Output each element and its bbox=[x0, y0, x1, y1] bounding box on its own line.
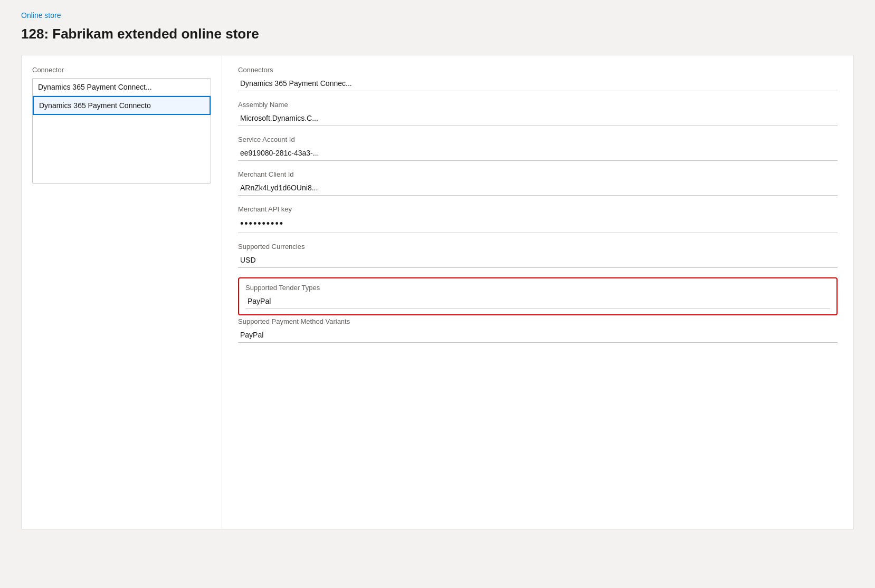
assembly-name-label: Assembly Name bbox=[238, 101, 838, 109]
connectors-value: Dynamics 365 Payment Connec... bbox=[238, 77, 838, 91]
service-account-id-label: Service Account Id bbox=[238, 136, 838, 143]
field-supported-currencies: Supported Currencies USD bbox=[238, 243, 838, 268]
field-service-account-id: Service Account Id ee919080-281c-43a3-..… bbox=[238, 136, 838, 161]
connector-list: Dynamics 365 Payment Connect... Dynamics… bbox=[32, 78, 211, 184]
left-panel: Connector Dynamics 365 Payment Connect..… bbox=[22, 55, 222, 529]
field-connectors: Connectors Dynamics 365 Payment Connec..… bbox=[238, 66, 838, 91]
assembly-name-value: Microsoft.Dynamics.C... bbox=[238, 112, 838, 126]
connectors-label: Connectors bbox=[238, 66, 838, 74]
list-item-selected[interactable]: Dynamics 365 Payment Connecto bbox=[33, 96, 211, 115]
supported-tender-types-value: PayPal bbox=[245, 295, 830, 309]
supported-tender-types-label: Supported Tender Types bbox=[245, 284, 830, 292]
supported-currencies-value: USD bbox=[238, 254, 838, 268]
merchant-client-id-value: ARnZk4Lyd1d6OUni8... bbox=[238, 181, 838, 196]
supported-payment-method-variants-value: PayPal bbox=[238, 329, 838, 343]
page-container: Online store 128: Fabrikam extended onli… bbox=[0, 0, 875, 588]
supported-payment-method-variants-label: Supported Payment Method Variants bbox=[238, 317, 838, 325]
page-title: 128: Fabrikam extended online store bbox=[21, 26, 854, 42]
right-panel: Connectors Dynamics 365 Payment Connec..… bbox=[222, 55, 853, 529]
service-account-id-value: ee919080-281c-43a3-... bbox=[238, 147, 838, 161]
merchant-api-key-value: •••••••••• bbox=[238, 216, 838, 233]
field-supported-tender-types-highlighted: Supported Tender Types PayPal bbox=[238, 277, 838, 315]
list-item-selected-text: Dynamics 365 Payment Connecto bbox=[39, 101, 151, 110]
connector-label: Connector bbox=[32, 66, 211, 74]
merchant-client-id-label: Merchant Client Id bbox=[238, 170, 838, 178]
content-area: Connector Dynamics 365 Payment Connect..… bbox=[21, 55, 854, 529]
merchant-api-key-label: Merchant API key bbox=[238, 205, 838, 213]
supported-currencies-label: Supported Currencies bbox=[238, 243, 838, 250]
list-item[interactable]: Dynamics 365 Payment Connect... bbox=[33, 79, 211, 96]
field-merchant-api-key: Merchant API key •••••••••• bbox=[238, 205, 838, 233]
breadcrumb-link[interactable]: Online store bbox=[21, 11, 61, 20]
field-assembly-name: Assembly Name Microsoft.Dynamics.C... bbox=[238, 101, 838, 126]
field-supported-payment-method-variants: Supported Payment Method Variants PayPal bbox=[238, 317, 838, 343]
field-merchant-client-id: Merchant Client Id ARnZk4Lyd1d6OUni8... bbox=[238, 170, 838, 196]
list-item-text: Dynamics 365 Payment Connect... bbox=[38, 83, 152, 91]
